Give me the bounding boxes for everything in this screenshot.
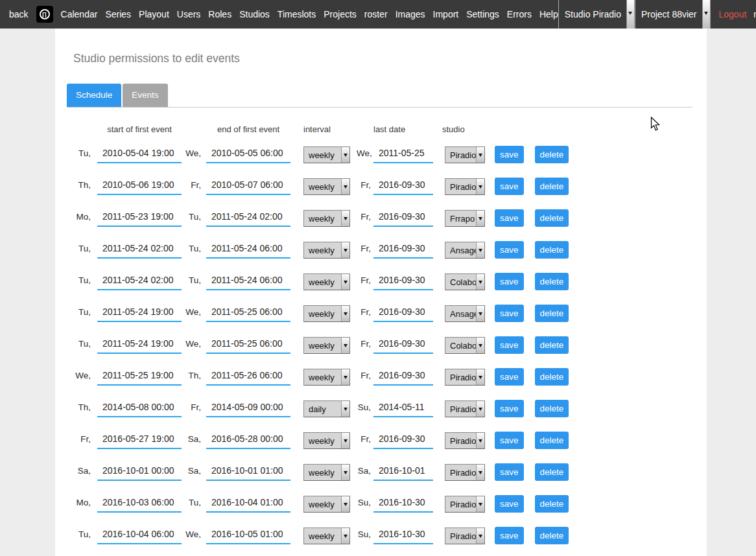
interval-select[interactable]: weekly xyxy=(303,273,350,290)
save-button[interactable]: save xyxy=(495,527,524,544)
chevron-down-icon[interactable] xyxy=(476,338,484,353)
nav-item-roles[interactable]: Roles xyxy=(208,9,231,19)
chevron-down-icon[interactable] xyxy=(341,465,349,480)
piradio-logo-icon[interactable]: ∏ xyxy=(36,6,53,23)
delete-button[interactable]: delete xyxy=(535,368,569,386)
nav-item-calendar[interactable]: Calendar xyxy=(61,9,98,19)
start-datetime-input[interactable] xyxy=(97,273,182,290)
project-select[interactable]: Project 88vier xyxy=(635,0,711,29)
nav-item-help[interactable]: Help xyxy=(539,9,558,19)
delete-button[interactable]: delete xyxy=(535,336,569,354)
delete-button[interactable]: delete xyxy=(535,400,569,417)
interval-select[interactable]: weekly xyxy=(303,369,350,386)
chevron-down-icon[interactable] xyxy=(476,306,484,321)
save-button[interactable]: save xyxy=(495,336,524,354)
end-datetime-input[interactable] xyxy=(206,178,290,195)
chevron-down-icon[interactable] xyxy=(341,369,349,385)
chevron-down-icon[interactable] xyxy=(476,401,484,417)
studio-select[interactable]: Piradio xyxy=(445,178,485,195)
interval-select[interactable]: weekly xyxy=(303,464,350,481)
chevron-down-icon[interactable] xyxy=(341,147,349,163)
save-button[interactable]: save xyxy=(495,209,524,227)
last-date-input[interactable] xyxy=(373,496,433,513)
interval-select[interactable]: weekly xyxy=(303,432,350,449)
start-datetime-input[interactable] xyxy=(97,305,182,322)
delete-button[interactable]: delete xyxy=(535,432,569,449)
last-date-input[interactable] xyxy=(373,210,433,227)
start-datetime-input[interactable] xyxy=(97,337,182,354)
chevron-down-icon[interactable] xyxy=(341,211,349,226)
nav-item-studios[interactable]: Studios xyxy=(239,9,270,19)
chevron-down-icon[interactable] xyxy=(702,0,711,29)
nav-item-series[interactable]: Series xyxy=(105,9,131,19)
end-datetime-input[interactable] xyxy=(206,337,290,354)
start-datetime-input[interactable] xyxy=(97,210,182,227)
chevron-down-icon[interactable] xyxy=(476,496,484,512)
chevron-down-icon[interactable] xyxy=(341,274,349,290)
chevron-down-icon[interactable] xyxy=(476,465,484,480)
save-button[interactable]: save xyxy=(495,400,524,417)
save-button[interactable]: save xyxy=(495,495,524,513)
nav-item-errors[interactable]: Errors xyxy=(507,9,532,19)
studio-select[interactable]: Piradio xyxy=(445,146,485,163)
save-button[interactable]: save xyxy=(495,432,524,449)
chevron-down-icon[interactable] xyxy=(341,401,349,417)
delete-button[interactable]: delete xyxy=(535,495,569,513)
last-date-input[interactable] xyxy=(373,273,433,290)
studio-select[interactable]: Frrapo xyxy=(445,210,485,227)
end-datetime-input[interactable] xyxy=(206,432,290,449)
chevron-down-icon[interactable] xyxy=(476,242,484,258)
delete-button[interactable]: delete xyxy=(535,241,569,259)
start-datetime-input[interactable] xyxy=(97,369,182,386)
start-datetime-input[interactable] xyxy=(97,464,182,481)
nav-item-images[interactable]: Images xyxy=(396,9,425,19)
save-button[interactable]: save xyxy=(495,146,524,163)
interval-select[interactable]: weekly xyxy=(303,242,350,259)
last-date-input[interactable] xyxy=(373,337,433,354)
start-datetime-input[interactable] xyxy=(97,242,182,259)
chevron-down-icon[interactable] xyxy=(476,179,484,194)
chevron-down-icon[interactable] xyxy=(476,147,484,163)
interval-select[interactable]: weekly xyxy=(303,527,350,544)
end-datetime-input[interactable] xyxy=(206,146,290,163)
end-datetime-input[interactable] xyxy=(206,242,290,259)
save-button[interactable]: save xyxy=(495,368,524,386)
delete-button[interactable]: delete xyxy=(535,527,569,544)
chevron-down-icon[interactable] xyxy=(476,274,484,290)
delete-button[interactable]: delete xyxy=(535,209,569,227)
logout-link[interactable]: Logout xyxy=(711,0,754,29)
studio-select[interactable]: Colabo xyxy=(445,337,485,354)
chevron-down-icon[interactable] xyxy=(341,242,349,258)
chevron-down-icon[interactable] xyxy=(626,0,635,29)
interval-select[interactable]: weekly xyxy=(303,496,350,513)
chevron-down-icon[interactable] xyxy=(476,369,484,385)
interval-select[interactable]: weekly xyxy=(303,210,350,227)
studio-select[interactable]: Piradio xyxy=(445,369,485,386)
studio-select[interactable]: Piradio xyxy=(445,496,485,513)
nav-item-timeslots[interactable]: Timeslots xyxy=(278,9,316,19)
last-date-input[interactable] xyxy=(373,432,433,449)
delete-button[interactable]: delete xyxy=(535,305,569,322)
end-datetime-input[interactable] xyxy=(206,210,290,227)
end-datetime-input[interactable] xyxy=(206,527,290,544)
studio-select[interactable]: Piradio xyxy=(445,432,485,449)
delete-button[interactable]: delete xyxy=(535,463,569,481)
last-date-input[interactable] xyxy=(373,305,433,322)
last-date-input[interactable] xyxy=(373,369,433,386)
interval-select[interactable]: daily xyxy=(303,400,350,417)
start-datetime-input[interactable] xyxy=(97,400,182,417)
studio-select[interactable]: Piradio xyxy=(445,464,485,481)
delete-button[interactable]: delete xyxy=(535,178,569,195)
interval-select[interactable]: weekly xyxy=(303,305,350,322)
chevron-down-icon[interactable] xyxy=(341,306,349,321)
start-datetime-input[interactable] xyxy=(97,178,182,195)
last-date-input[interactable] xyxy=(373,242,433,259)
save-button[interactable]: save xyxy=(495,178,524,195)
last-date-input[interactable] xyxy=(373,146,433,163)
last-date-input[interactable] xyxy=(373,527,433,544)
interval-select[interactable]: weekly xyxy=(303,178,350,195)
delete-button[interactable]: delete xyxy=(535,146,569,163)
studio-select[interactable]: Colabo xyxy=(445,273,485,290)
chevron-down-icon[interactable] xyxy=(341,496,349,512)
end-datetime-input[interactable] xyxy=(206,464,290,481)
